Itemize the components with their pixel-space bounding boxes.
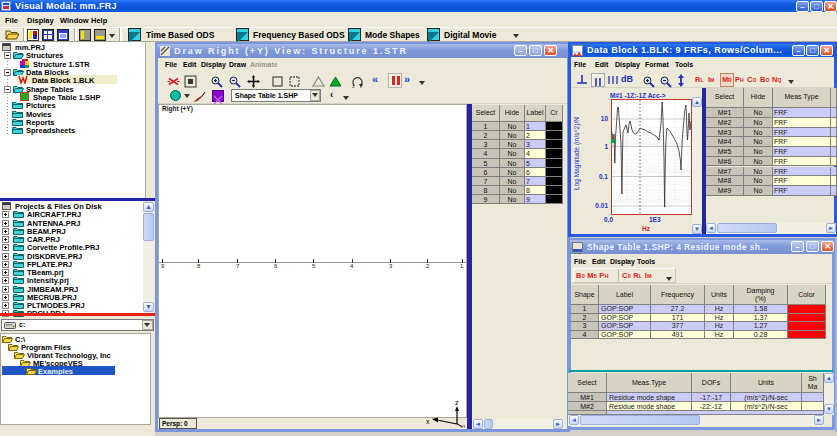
svg-text:z: z (455, 399, 459, 406)
svg-text:+y: +y (460, 423, 465, 428)
svg-text:x: x (426, 418, 430, 425)
